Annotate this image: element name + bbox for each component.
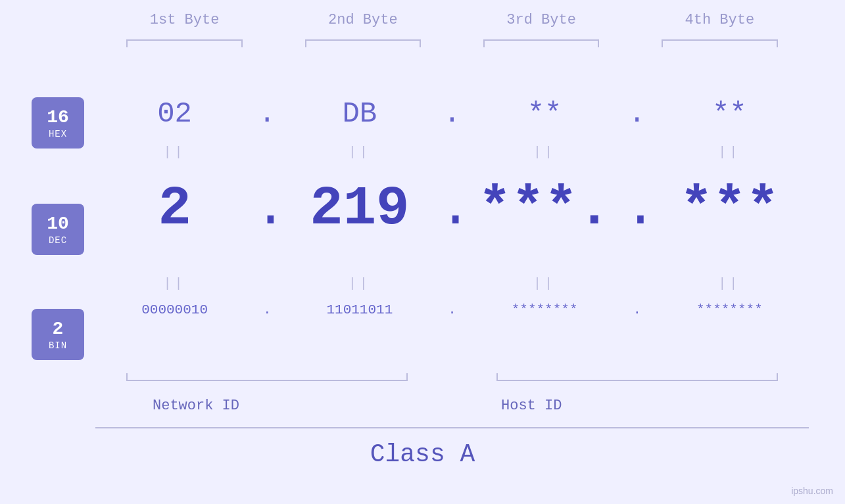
bottom-brackets xyxy=(95,373,809,381)
eq1-b2: || xyxy=(280,145,439,160)
network-id-label: Network ID xyxy=(153,398,239,414)
network-bracket-container xyxy=(95,373,439,381)
eq2-b1: || xyxy=(95,276,254,291)
main-container: 1st Byte 2nd Byte 3rd Byte 4th Byte 16 H… xyxy=(0,0,845,504)
dec-row: 2 . 219 . ***. . *** xyxy=(95,177,809,240)
hex-byte1: 02 xyxy=(95,97,254,130)
class-bracket xyxy=(95,427,809,428)
watermark: ipshu.com xyxy=(791,486,833,496)
badge-hex: 16 HEX xyxy=(32,97,84,149)
hex-byte2: DB xyxy=(280,97,439,130)
eq1-b3: || xyxy=(466,145,624,160)
bin-byte3: ******** xyxy=(466,302,624,317)
host-id-label: Host ID xyxy=(501,398,562,414)
badge-hex-label: HEX xyxy=(49,129,67,139)
top-bracket-4 xyxy=(631,39,809,47)
badge-bin-label: BIN xyxy=(49,340,67,351)
host-bracket xyxy=(496,373,778,381)
equals-row-1: || || || || xyxy=(95,145,809,160)
hex-dot2: . xyxy=(439,97,466,130)
eq2-b4: || xyxy=(650,276,809,291)
badge-hex-number: 16 xyxy=(47,106,69,129)
eq1-b4: || xyxy=(650,145,809,160)
bin-byte2: 11011011 xyxy=(280,302,439,317)
byte-header-3: 3rd Byte xyxy=(452,12,631,28)
dec-dot2: . xyxy=(439,181,466,237)
byte-header-2: 2nd Byte xyxy=(274,12,452,28)
hex-row: 02 . DB . ** . ** xyxy=(95,97,809,130)
network-bracket xyxy=(126,373,408,381)
dec-byte2: 219 xyxy=(280,177,439,240)
eq2-b3: || xyxy=(466,276,624,291)
bin-dot3: . xyxy=(624,302,650,317)
hex-dot1: . xyxy=(254,97,280,130)
hex-byte4: ** xyxy=(650,97,809,130)
byte-header-1: 1st Byte xyxy=(95,12,274,28)
eq2-b2: || xyxy=(280,276,439,291)
badge-dec-label: DEC xyxy=(49,235,67,246)
bin-byte4: ******** xyxy=(650,302,809,317)
dec-byte4: *** xyxy=(650,177,809,240)
top-bracket-1 xyxy=(95,39,274,47)
hex-dot3: . xyxy=(624,97,650,130)
dec-byte3: ***. xyxy=(466,177,624,240)
bin-row: 00000010 . 11011011 . ******** . *******… xyxy=(95,302,809,317)
top-bracket-2 xyxy=(274,39,452,47)
dec-byte1: 2 xyxy=(95,177,254,240)
badge-bin-number: 2 xyxy=(53,318,64,340)
dec-dot1: . xyxy=(254,181,280,237)
equals-row-2: || || || || xyxy=(95,276,809,291)
byte-header-4: 4th Byte xyxy=(631,12,809,28)
eq1-b1: || xyxy=(95,145,254,160)
badge-dec-number: 10 xyxy=(47,213,69,235)
bin-dot1: . xyxy=(254,302,280,317)
bin-dot2: . xyxy=(439,302,466,317)
badge-dec: 10 DEC xyxy=(32,204,84,255)
hex-byte3: ** xyxy=(466,97,624,130)
dec-dot3: . xyxy=(624,181,650,237)
top-brackets xyxy=(95,39,809,47)
top-bracket-3 xyxy=(452,39,631,47)
class-a-label: Class A xyxy=(0,440,845,469)
byte-headers-row: 1st Byte 2nd Byte 3rd Byte 4th Byte xyxy=(95,12,809,28)
badge-bin: 2 BIN xyxy=(32,309,84,360)
bin-byte1: 00000010 xyxy=(95,302,254,317)
host-bracket-container xyxy=(466,373,809,381)
